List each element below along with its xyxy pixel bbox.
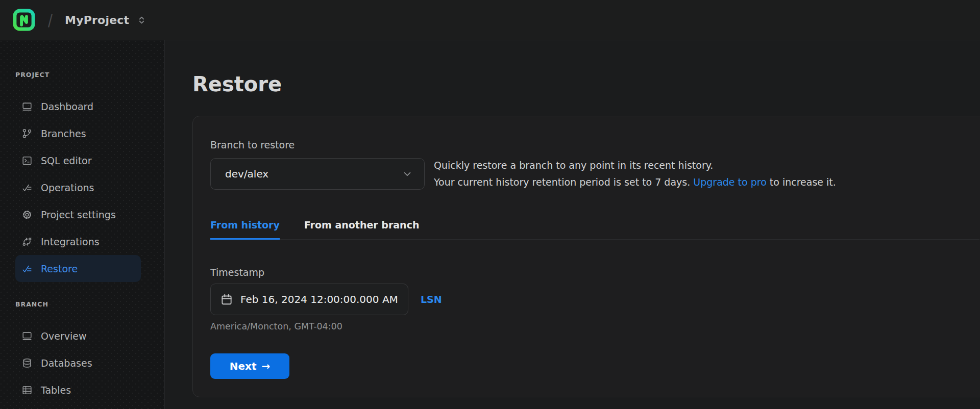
- next-button[interactable]: Next →: [210, 353, 289, 379]
- section-label-project: PROJECT: [15, 71, 164, 79]
- timestamp-input[interactable]: Feb 16, 2024 12:00:00.000 AM: [210, 284, 408, 315]
- timestamp-label: Timestamp: [210, 266, 979, 278]
- database-icon: [21, 357, 33, 369]
- sidebar-item-label: Operations: [41, 182, 94, 193]
- branch-select[interactable]: dev/alex: [210, 158, 425, 190]
- terminal-icon: [21, 155, 33, 166]
- sidebar-item-dashboard[interactable]: Dashboard: [15, 93, 141, 120]
- upgrade-to-pro-link[interactable]: Upgrade to pro: [693, 176, 766, 188]
- chevron-down-icon: [402, 168, 413, 180]
- top-bar: / MyProject: [0, 0, 980, 40]
- sidebar-item-sql-editor[interactable]: SQL editor: [15, 147, 141, 174]
- description-line1: Quickly restore a branch to any point in…: [434, 160, 713, 171]
- sidebar-item-restore[interactable]: Restore: [15, 255, 141, 282]
- sidebar-item-databases[interactable]: Databases: [15, 349, 141, 376]
- restore-checklist-icon: [21, 263, 33, 274]
- branch-select-value: dev/alex: [225, 168, 268, 180]
- sidebar: PROJECT Dashboard Branches SQL editor Op…: [0, 40, 165, 409]
- tab-from-history[interactable]: From history: [210, 203, 280, 240]
- main-content: Restore Branch to restore dev/alex Quick…: [165, 40, 980, 409]
- breadcrumb-separator: /: [48, 11, 53, 29]
- lsn-link[interactable]: LSN: [421, 294, 442, 305]
- sidebar-item-label: Overview: [41, 330, 86, 342]
- page-title: Restore: [192, 72, 980, 96]
- sidebar-item-overview[interactable]: Overview: [15, 322, 141, 349]
- description-line2-after: to increase it.: [767, 176, 836, 188]
- sidebar-item-label: Integrations: [41, 236, 100, 247]
- sidebar-item-label: SQL editor: [41, 155, 92, 166]
- neon-logo[interactable]: [12, 8, 36, 32]
- section-label-branch: BRANCH: [15, 300, 164, 308]
- restore-card: Branch to restore dev/alex Quickly resto…: [192, 116, 980, 397]
- sidebar-item-label: Tables: [41, 385, 71, 396]
- sidebar-item-integrations[interactable]: Integrations: [15, 228, 141, 255]
- project-switcher[interactable]: [137, 16, 146, 24]
- description-line2: Your current history retention period is…: [434, 176, 693, 188]
- gear-icon: [21, 209, 33, 220]
- sidebar-item-label: Restore: [41, 263, 78, 274]
- sidebar-item-tables[interactable]: Tables: [15, 376, 141, 403]
- calendar-icon: [220, 293, 233, 306]
- sidebar-item-label: Branches: [41, 128, 86, 139]
- sidebar-item-project-settings[interactable]: Project settings: [15, 201, 141, 228]
- branch-select-label: Branch to restore: [210, 139, 979, 151]
- branch-select-row: dev/alex Quickly restore a branch to any…: [210, 157, 979, 191]
- timezone-text: America/Moncton, GMT-04:00: [210, 321, 979, 332]
- chevron-updown-icon: [137, 16, 146, 24]
- tab-from-another-branch[interactable]: From another branch: [304, 203, 420, 240]
- sidebar-item-label: Databases: [41, 357, 92, 369]
- project-name[interactable]: MyProject: [65, 14, 129, 27]
- arrow-right-icon: →: [262, 360, 271, 372]
- git-branch-icon: [21, 128, 33, 139]
- window-icon: [21, 101, 33, 112]
- restore-tabs: From history From another branch: [210, 203, 979, 240]
- window-icon: [21, 330, 33, 342]
- timestamp-row: Feb 16, 2024 12:00:00.000 AM LSN: [210, 284, 979, 315]
- sidebar-item-operations[interactable]: Operations: [15, 174, 141, 201]
- table-icon: [21, 385, 33, 396]
- restore-description: Quickly restore a branch to any point in…: [434, 157, 836, 191]
- sidebar-item-label: Project settings: [41, 209, 116, 220]
- sidebar-item-label: Dashboard: [41, 101, 93, 112]
- sidebar-item-branches[interactable]: Branches: [15, 120, 141, 147]
- checklist-icon: [21, 182, 33, 193]
- integrations-icon: [21, 236, 33, 247]
- timestamp-value: Feb 16, 2024 12:00:00.000 AM: [240, 293, 398, 305]
- next-button-label: Next: [230, 360, 257, 372]
